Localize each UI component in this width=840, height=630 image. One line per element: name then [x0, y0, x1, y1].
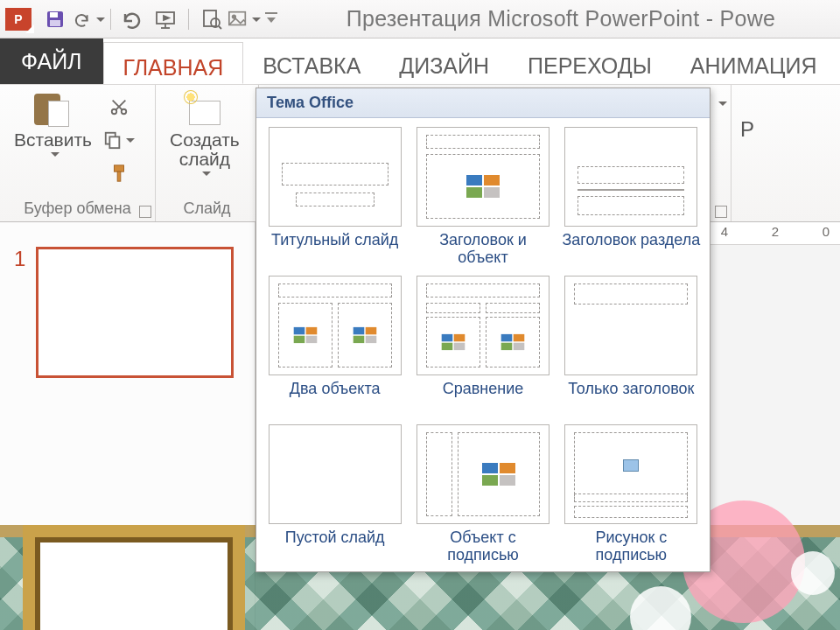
svg-rect-20 [115, 165, 124, 172]
layout-label: Заголовок раздела [562, 232, 701, 267]
slide-layout-gallery: Тема Office Титульный слайд Заголовок и … [256, 88, 710, 572]
save-button[interactable] [38, 2, 72, 37]
slide-thumbnail-1[interactable] [36, 247, 234, 378]
svg-rect-19 [109, 136, 119, 148]
group-clipboard: Вставить Буфер обмена [0, 85, 156, 221]
layout-title-only[interactable]: Только заголовок [562, 276, 701, 416]
insert-picture-button[interactable] [228, 2, 261, 37]
paste-label: Вставить [14, 130, 92, 150]
svg-marker-6 [164, 16, 169, 20]
window-title: Презентация Microsoft PowerPoint - Powe [282, 6, 840, 32]
layout-two-content[interactable]: Два объекта [265, 276, 404, 416]
chevron-down-icon[interactable] [96, 18, 105, 26]
picture-frame-graphic [23, 525, 245, 630]
group-clipboard-label: Буфер обмена [24, 200, 130, 217]
svg-rect-21 [117, 172, 121, 181]
group-slides-label: Слайд [183, 200, 230, 217]
paste-icon [34, 92, 73, 127]
print-preview-button[interactable] [194, 2, 228, 37]
format-painter-button[interactable] [101, 160, 137, 186]
svg-rect-2 [50, 20, 60, 26]
layout-label: Объект с подписью [413, 529, 552, 564]
ruler-tick: 0 [822, 224, 830, 239]
tab-home[interactable]: ГЛАВНАЯ [103, 42, 244, 84]
layout-label: Пустой слайд [265, 529, 404, 564]
layout-label: Рисунок с подписью [562, 529, 701, 564]
tab-design[interactable]: ДИЗАЙН [380, 38, 508, 84]
group-editing-stub: Р [732, 85, 763, 221]
tab-file[interactable]: ФАЙЛ [0, 38, 103, 84]
layout-blank[interactable]: Пустой слайд [265, 424, 404, 564]
chevron-down-icon[interactable] [252, 18, 261, 26]
svg-marker-13 [267, 18, 276, 23]
svg-rect-12 [265, 12, 277, 14]
new-slide-button[interactable]: Создать слайд [161, 88, 248, 196]
slideshow-from-start-button[interactable] [150, 2, 183, 37]
chevron-down-icon[interactable] [126, 138, 135, 147]
svg-line-9 [219, 26, 221, 29]
tab-animation[interactable]: АНИМАЦИЯ [671, 38, 836, 84]
svg-rect-1 [50, 12, 58, 18]
layout-label: Два объекта [265, 381, 404, 416]
layout-picture-caption[interactable]: Рисунок с подписью [562, 424, 701, 564]
layout-label: Заголовок и объект [413, 232, 552, 267]
paste-button[interactable]: Вставить [5, 88, 101, 196]
new-slide-label: Создать слайд [170, 130, 240, 169]
layout-comparison[interactable]: Сравнение [413, 276, 552, 416]
tab-transitions[interactable]: ПЕРЕХОДЫ [508, 38, 671, 84]
ribbon-tabs: ФАЙЛ ГЛАВНАЯ ВСТАВКА ДИЗАЙН ПЕРЕХОДЫ АНИ… [0, 38, 840, 84]
picture-placeholder-icon [623, 459, 639, 472]
editing-stub: Р [737, 88, 758, 140]
layout-title-content[interactable]: Заголовок и объект [413, 127, 552, 267]
new-slide-icon [186, 92, 224, 127]
white-circle-graphic [791, 551, 835, 595]
redo-button[interactable] [116, 2, 150, 37]
undo-button[interactable] [72, 2, 105, 37]
copy-button[interactable] [101, 127, 137, 153]
dialog-launcher-icon[interactable] [715, 206, 727, 218]
layout-title-slide[interactable]: Титульный слайд [265, 127, 404, 267]
layout-label: Только заголовок [562, 381, 701, 416]
slide-number: 1 [14, 247, 25, 271]
cut-button[interactable] [101, 94, 137, 120]
group-slides: Создать слайд Слайд [156, 85, 259, 221]
ruler-tick: 4 [721, 224, 728, 239]
layout-label: Сравнение [413, 381, 552, 416]
layout-label: Титульный слайд [265, 232, 404, 267]
tab-insert[interactable]: ВСТАВКА [243, 38, 380, 84]
qat-customize-button[interactable] [261, 2, 282, 37]
chevron-down-icon[interactable] [202, 172, 211, 180]
quick-access-toolbar: Презентация Microsoft PowerPoint - Powe [0, 0, 840, 38]
powerpoint-icon [5, 8, 32, 31]
layout-section-header[interactable]: Заголовок раздела [562, 127, 701, 267]
ruler-tick: 2 [772, 224, 779, 239]
chevron-down-icon[interactable] [51, 152, 60, 161]
gallery-title: Тема Office [256, 88, 710, 118]
chevron-down-icon[interactable] [718, 102, 727, 110]
dialog-launcher-icon[interactable] [139, 206, 151, 218]
layout-content-caption[interactable]: Объект с подписью [413, 424, 552, 564]
